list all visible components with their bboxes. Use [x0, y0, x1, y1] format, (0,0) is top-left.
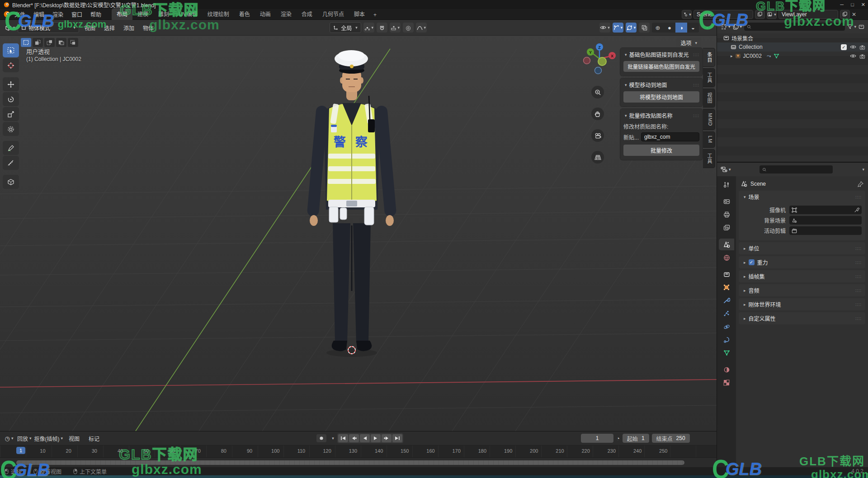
viewlayer-selector[interactable]: ViewLayer [778, 10, 838, 19]
collapse-icon[interactable]: ▾ [625, 113, 627, 118]
play-button[interactable] [371, 434, 381, 442]
ntab-lm[interactable]: LM [703, 131, 715, 147]
current-frame-field[interactable]: 1 [581, 434, 613, 443]
batch-rename-button[interactable]: 批量修改 [623, 145, 699, 156]
next-keyframe-button[interactable] [382, 434, 392, 442]
tool-measure[interactable] [3, 156, 19, 170]
outliner-search-input[interactable] [754, 23, 842, 30]
windows-taskbar-sliver[interactable] [0, 475, 868, 478]
tool-select-box[interactable] [3, 43, 19, 57]
timeline-tracks[interactable] [0, 458, 717, 468]
tool-add-cube[interactable] [3, 175, 19, 189]
select-extend-button[interactable] [33, 38, 43, 47]
ptab-output-icon[interactable] [719, 209, 734, 220]
gizmo-toggle[interactable]: ▾ [613, 23, 623, 33]
maximize-button[interactable]: □ [851, 2, 854, 7]
tool-transform[interactable] [3, 122, 19, 136]
ntab-item[interactable]: 条目 [703, 48, 715, 67]
new-scene-icon[interactable] [755, 10, 765, 19]
tab-layout[interactable]: 布局 [112, 8, 132, 20]
viewport-menu-object[interactable]: 物体 [140, 23, 157, 33]
drag-handle[interactable]: :::: [693, 52, 699, 57]
outliner-search[interactable] [744, 23, 845, 31]
viewport-menu-add[interactable]: 添加 [120, 23, 137, 33]
ptab-modifiers-icon[interactable] [719, 295, 734, 306]
ptab-constraints-icon[interactable] [719, 334, 734, 346]
auto-key-dropdown[interactable]: ▾ [327, 434, 337, 442]
xray-toggle[interactable] [639, 23, 650, 33]
outliner-row-jc0002[interactable]: ▸ JC0002 ⤳ [717, 52, 868, 61]
zoom-icon[interactable] [591, 86, 604, 98]
keying-menu[interactable]: 抠像(插帧)▾ [34, 435, 63, 442]
shading-rendered-button[interactable]: ◒ [687, 23, 699, 33]
auto-key-record-button[interactable] [316, 434, 326, 442]
ptab-world-icon[interactable] [719, 252, 734, 263]
snap-toggle[interactable] [377, 23, 387, 33]
select-set-button[interactable] [21, 38, 31, 47]
audio-panel[interactable]: ▸音频:::: [739, 284, 865, 296]
scene-selector[interactable]: Scene [693, 10, 753, 19]
new-viewlayer-icon[interactable] [840, 10, 850, 19]
active-clip-field[interactable] [789, 226, 862, 235]
hide-eye-icon[interactable] [850, 53, 856, 59]
collection-checkbox[interactable]: ✓ [841, 44, 847, 50]
overlays-toggle[interactable]: ▾ [626, 23, 637, 33]
keying-sets-panel[interactable]: ▸插帧集:::: [739, 270, 865, 282]
ntab-view[interactable]: 视图 [703, 89, 715, 108]
tab-modeling[interactable]: 建模 [132, 8, 153, 20]
ptab-data-icon[interactable] [719, 347, 734, 359]
jump-to-end-button[interactable] [392, 434, 402, 442]
mode-dropdown[interactable]: 物体模式 ▾ [18, 22, 79, 33]
3d-viewport[interactable]: 警 察 [0, 20, 717, 431]
expand-icon[interactable]: ▸ [731, 54, 733, 58]
move-to-ground-button[interactable]: 将模型移动到地面 [623, 91, 699, 103]
close-button[interactable]: ✕ [861, 2, 865, 8]
menu-file[interactable]: 文件 [10, 9, 29, 19]
units-panel[interactable]: ▸单位:::: [739, 242, 865, 254]
ntab-tool2[interactable]: 工具 [703, 149, 715, 168]
shading-wireframe-button[interactable]: ⊕ [652, 23, 664, 33]
ptab-physics-icon[interactable] [719, 321, 734, 333]
tab-texture-paint[interactable]: 纹理绘制 [203, 8, 234, 20]
ptab-material-icon[interactable] [719, 364, 734, 375]
tab-sculpting[interactable]: 雕刻 [153, 8, 174, 20]
menu-help[interactable]: 帮助 [86, 9, 105, 19]
gravity-checkbox[interactable]: ✓ [749, 259, 755, 265]
tab-animation[interactable]: 动画 [255, 8, 276, 20]
minimize-button[interactable]: ─ [840, 2, 844, 7]
drag-handle[interactable]: :::: [693, 83, 699, 87]
object-visibility-dropdown[interactable]: ▾ [599, 23, 610, 33]
tool-rotate[interactable] [3, 92, 19, 106]
tool-annotate[interactable] [3, 141, 19, 155]
jump-to-start-button[interactable] [338, 434, 348, 442]
properties-search-input[interactable] [769, 166, 830, 173]
playback-menu[interactable]: 回放▾ [17, 435, 32, 442]
new-collection-button[interactable] [859, 24, 864, 29]
pan-hand-icon[interactable] [591, 108, 604, 120]
eyedropper-icon[interactable] [854, 207, 859, 213]
navigation-gizmo[interactable]: Z X Y [582, 41, 617, 75]
prev-keyframe-button[interactable] [349, 434, 359, 442]
collapse-icon[interactable]: ▾ [625, 52, 627, 57]
perspective-toggle-icon[interactable] [591, 151, 604, 164]
outliner-row-scene-collection[interactable]: 场景集合 [717, 33, 868, 42]
viewport-menu-select[interactable]: 选择 [101, 23, 118, 33]
background-scene-field[interactable] [789, 216, 862, 225]
pivot-point-dropdown[interactable]: ▾ [363, 23, 374, 33]
scene-panel-header[interactable]: ▾场景:::: [739, 191, 865, 203]
viewport-scene[interactable]: 警 察 [0, 20, 717, 431]
properties-search[interactable] [760, 165, 833, 173]
remove-viewlayer-icon[interactable]: ✕ [852, 11, 856, 18]
tool-cursor[interactable] [3, 58, 19, 72]
timeline-editor-type-button[interactable]: ◷▾ [4, 433, 14, 443]
tool-scale[interactable] [3, 107, 19, 121]
disable-render-camera-icon[interactable] [859, 45, 865, 50]
proportional-editing-toggle[interactable]: ◎ [403, 23, 414, 33]
add-workspace-button[interactable]: + [370, 10, 380, 20]
tab-shading[interactable]: 着色 [234, 8, 255, 20]
ntab-tool[interactable]: 工具 [703, 68, 715, 87]
camera-field[interactable] [789, 206, 862, 214]
blender-menu-icon[interactable] [4, 11, 10, 18]
transform-orientation-dropdown[interactable]: 全局 ▾ [330, 22, 361, 33]
outliner-editor-type-button[interactable]: ▾ [721, 24, 731, 30]
